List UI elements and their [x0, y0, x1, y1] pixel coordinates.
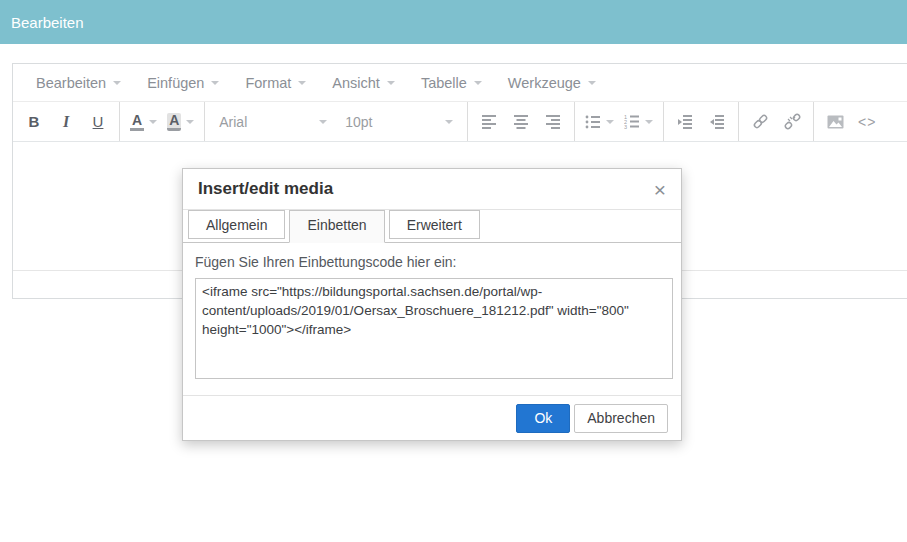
align-left-button[interactable]: [475, 108, 503, 136]
chevron-down-icon: [113, 81, 121, 85]
embed-code-textarea[interactable]: <iframe src="https://bildungsportal.sach…: [195, 278, 673, 379]
cancel-button[interactable]: Abbrechen: [574, 404, 668, 433]
chevron-down-icon: [588, 81, 596, 85]
menu-format[interactable]: Format: [232, 64, 319, 101]
chevron-down-icon: [211, 81, 219, 85]
underline-button[interactable]: U: [84, 108, 112, 136]
tab-erweitert[interactable]: Erweitert: [389, 210, 480, 239]
background-color-icon: A: [167, 113, 181, 131]
italic-button[interactable]: I: [52, 108, 80, 136]
chevron-down-icon: [645, 120, 653, 124]
menu-bearbeiten[interactable]: Bearbeiten: [23, 64, 134, 101]
toolbar-group-color: A A: [120, 102, 205, 141]
menu-einfuegen[interactable]: Einfügen: [134, 64, 232, 101]
embed-code-label: Fügen Sie Ihren Einbettungscode hier ein…: [195, 254, 669, 270]
align-left-icon: [481, 115, 497, 129]
tab-allgemein[interactable]: Allgemein: [188, 210, 285, 239]
font-family-select[interactable]: Arial: [213, 108, 333, 136]
toolbar-group-align: [468, 102, 575, 141]
image-icon: [827, 115, 844, 129]
dialog-title: Insert/edit media: [198, 179, 333, 199]
outdent-button[interactable]: [703, 108, 731, 136]
align-right-button[interactable]: [539, 108, 567, 136]
bullet-list-button[interactable]: [582, 108, 617, 136]
editor-menubar: Bearbeiten Einfügen Format Ansicht Tabel…: [13, 64, 907, 102]
tab-einbetten[interactable]: Einbetten: [289, 210, 384, 243]
chevron-down-icon: [319, 120, 327, 124]
insert-link-button[interactable]: [746, 108, 774, 136]
close-icon[interactable]: ×: [654, 179, 666, 200]
toolbar-group-basic: B I U: [13, 102, 120, 141]
chevron-down-icon: [474, 81, 482, 85]
background-color-button[interactable]: A: [164, 108, 197, 136]
page-title: Bearbeiten: [11, 14, 84, 31]
text-color-button[interactable]: A: [127, 108, 160, 136]
insert-image-button[interactable]: [821, 108, 849, 136]
toolbar-group-lists: 123: [575, 102, 664, 141]
bullet-list-icon: [585, 115, 601, 129]
link-icon: [752, 113, 769, 130]
menu-ansicht[interactable]: Ansicht: [319, 64, 408, 101]
app-title-bar: Bearbeiten: [0, 0, 907, 44]
font-size-select[interactable]: 10pt: [339, 108, 459, 136]
indent-icon: [677, 115, 693, 129]
chevron-down-icon: [298, 81, 306, 85]
outdent-icon: [709, 115, 725, 129]
dialog-footer: Ok Abbrechen: [183, 395, 681, 440]
align-center-button[interactable]: [507, 108, 535, 136]
toolbar-group-font: Arial 10pt: [205, 102, 468, 141]
text-color-icon: A: [130, 113, 144, 131]
ok-button[interactable]: Ok: [516, 404, 570, 433]
menu-werkzeuge[interactable]: Werkzeuge: [495, 64, 609, 101]
chevron-down-icon: [186, 120, 194, 124]
chevron-down-icon: [606, 120, 614, 124]
bold-button[interactable]: B: [20, 108, 48, 136]
source-code-icon: <>: [858, 114, 876, 130]
menu-tabelle[interactable]: Tabelle: [408, 64, 495, 101]
align-right-icon: [545, 115, 561, 129]
source-code-button[interactable]: <>: [853, 108, 881, 136]
numbered-list-icon: 123: [624, 114, 640, 129]
toolbar-group-indent: [664, 102, 739, 141]
chevron-down-icon: [445, 120, 453, 124]
toolbar-group-link: [739, 102, 814, 141]
editor-toolbar: B I U A A Arial 10pt: [13, 102, 907, 142]
svg-text:3: 3: [624, 124, 627, 129]
numbered-list-button[interactable]: 123: [621, 108, 656, 136]
dialog-header: Insert/edit media ×: [183, 169, 681, 210]
dialog-body: Fügen Sie Ihren Einbettungscode hier ein…: [183, 243, 681, 395]
dialog-tabs: Allgemein Einbetten Erweitert: [183, 210, 681, 243]
insert-edit-media-dialog: Insert/edit media × Allgemein Einbetten …: [182, 168, 682, 441]
toolbar-group-media: <>: [814, 102, 888, 141]
indent-button[interactable]: [671, 108, 699, 136]
chevron-down-icon: [149, 120, 157, 124]
chevron-down-icon: [387, 81, 395, 85]
align-center-icon: [513, 115, 529, 129]
remove-link-button[interactable]: [778, 108, 806, 136]
unlink-icon: [784, 113, 801, 130]
